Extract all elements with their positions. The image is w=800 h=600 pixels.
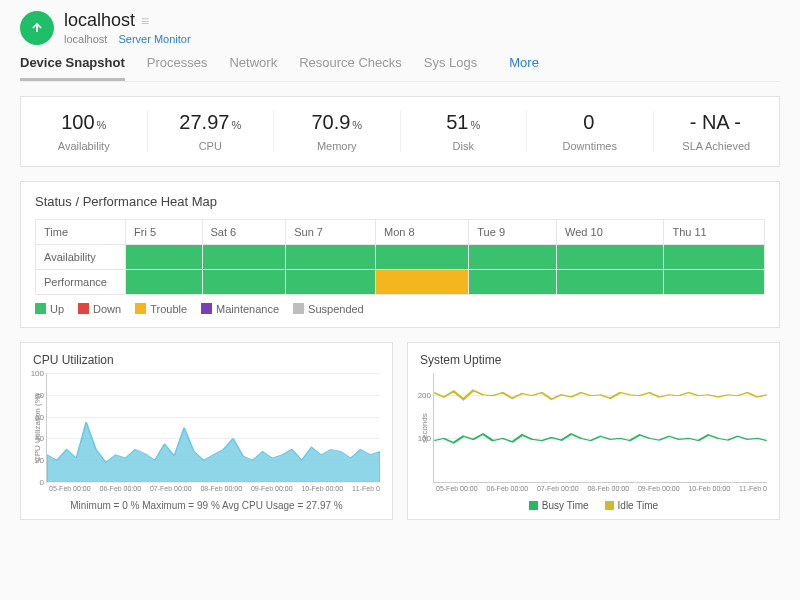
tab-sys-logs[interactable]: Sys Logs — [424, 55, 477, 81]
cpu-chart-plot: 020406080100 — [46, 373, 380, 483]
kpi-sla-achieved: - NA -SLA Achieved — [654, 111, 780, 152]
heatmap-cell[interactable] — [469, 245, 556, 269]
tab-more[interactable]: More — [509, 55, 539, 81]
heatmap-cell[interactable] — [557, 245, 663, 269]
kpi-disk: 51%Disk — [401, 111, 528, 152]
cpu-chart-xticks: 05-Feb 00:0006-Feb 00:0007-Feb 00:0008-F… — [49, 485, 380, 492]
menu-icon[interactable]: ≡ — [141, 14, 149, 28]
kpi-cpu: 27.97%CPU — [148, 111, 275, 152]
page-title: localhost — [64, 10, 135, 31]
tab-device-snapshot[interactable]: Device Snapshot — [20, 55, 125, 81]
heatmap-cell[interactable] — [203, 270, 286, 294]
svg-marker-0 — [47, 422, 380, 482]
kpi-memory: 70.9%Memory — [274, 111, 401, 152]
heatmap-cell[interactable] — [126, 245, 202, 269]
uptime-chart-title: System Uptime — [420, 353, 767, 367]
kpi-availability: 100%Availability — [21, 111, 148, 152]
heatmap-title: Status / Performance Heat Map — [35, 194, 765, 209]
uptime-chart-legend: Busy TimeIdle Time — [420, 500, 767, 511]
heatmap-cell[interactable] — [469, 270, 556, 294]
heatmap-panel: Status / Performance Heat Map TimeFri 5S… — [20, 181, 780, 328]
kpi-card: 100%Availability27.97%CPU70.9%Memory51%D… — [20, 96, 780, 167]
cpu-chart-card: CPU Utilization CPU Utilization (%) 0204… — [20, 342, 393, 520]
breadcrumb-host: localhost — [64, 33, 107, 45]
breadcrumb-monitor-link[interactable]: Server Monitor — [118, 33, 190, 45]
heatmap-cell[interactable] — [376, 270, 468, 294]
uptime-chart-card: System Uptime seconds 100200 05-Feb 00:0… — [407, 342, 780, 520]
heatmap-cell[interactable] — [286, 270, 375, 294]
heatmap-legend: UpDownTroubleMaintenanceSuspended — [35, 303, 765, 315]
tab-network[interactable]: Network — [229, 55, 277, 81]
uptime-chart-xticks: 05-Feb 00:0006-Feb 00:0007-Feb 00:0008-F… — [436, 485, 767, 492]
heatmap-cell[interactable] — [126, 270, 202, 294]
tabs: Device Snapshot Processes Network Resour… — [20, 55, 780, 82]
heatmap-cell[interactable] — [203, 245, 286, 269]
status-up-icon — [20, 11, 54, 45]
cpu-chart-footer: Minimum = 0 % Maximum = 99 % Avg CPU Usa… — [33, 500, 380, 511]
uptime-chart-plot: 100200 — [433, 373, 767, 483]
breadcrumb: localhost Server Monitor — [64, 33, 191, 45]
tab-resource-checks[interactable]: Resource Checks — [299, 55, 402, 81]
kpi-downtimes: 0Downtimes — [527, 111, 654, 152]
heatmap-cell[interactable] — [557, 270, 663, 294]
heatmap-cell[interactable] — [664, 270, 764, 294]
heatmap-cell[interactable] — [376, 245, 468, 269]
cpu-chart-title: CPU Utilization — [33, 353, 380, 367]
heatmap-cell[interactable] — [286, 245, 375, 269]
heatmap-cell[interactable] — [664, 245, 764, 269]
tab-processes[interactable]: Processes — [147, 55, 208, 81]
heatmap-table: TimeFri 5Sat 6Sun 7Mon 8Tue 9Wed 10Thu 1… — [35, 219, 765, 295]
